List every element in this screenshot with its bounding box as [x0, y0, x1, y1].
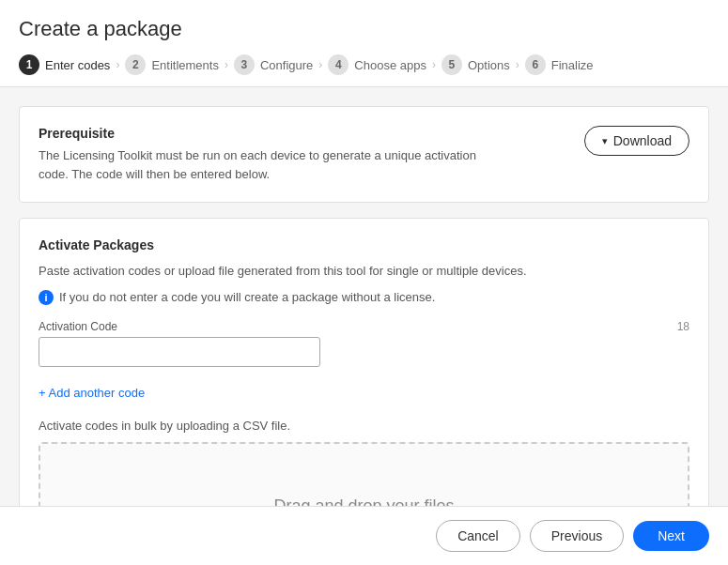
- prerequisite-title: Prerequisite: [39, 126, 489, 141]
- step-2-label: Entitlements: [151, 58, 219, 72]
- csv-label: Activate codes in bulk by uploading a CS…: [39, 419, 689, 433]
- step-6: 6 Finalize: [525, 54, 594, 75]
- step-3: 3 Configure: [234, 54, 313, 75]
- step-2: 2 Entitlements: [125, 54, 219, 75]
- page-header: Create a package 1 Enter codes › 2 Entit…: [0, 0, 728, 87]
- footer: Cancel Previous Next: [0, 506, 728, 565]
- activation-code-input[interactable]: [39, 337, 320, 367]
- step-3-label: Configure: [260, 58, 313, 72]
- chevron-icon-2: ›: [225, 58, 228, 71]
- step-5: 5 Options: [441, 54, 510, 75]
- step-3-number: 3: [234, 54, 255, 75]
- step-1-number: 1: [19, 54, 39, 75]
- step-1: 1 Enter codes: [19, 54, 110, 75]
- download-button[interactable]: ▾ Download: [584, 126, 689, 156]
- step-4: 4 Choose apps: [328, 54, 426, 75]
- prerequisite-description: The Licensing Toolkit must be run on eac…: [39, 146, 489, 183]
- activation-code-field-group: Activation Code 18: [39, 320, 689, 367]
- step-2-number: 2: [125, 54, 146, 75]
- previous-button[interactable]: Previous: [530, 520, 624, 552]
- chevron-icon-1: ›: [116, 58, 119, 71]
- step-5-label: Options: [468, 58, 510, 72]
- activation-code-label: Activation Code: [39, 320, 117, 333]
- activate-section-desc: Paste activation codes or upload file ge…: [39, 262, 689, 281]
- info-text: If you do not enter a code you will crea…: [59, 290, 435, 304]
- step-4-number: 4: [328, 54, 349, 75]
- chevron-icon-5: ›: [516, 58, 519, 71]
- next-button[interactable]: Next: [633, 521, 709, 551]
- prerequisite-content: Prerequisite The Licensing Toolkit must …: [39, 126, 489, 183]
- activate-section-title: Activate Packages: [39, 237, 689, 252]
- page-title: Create a package: [19, 9, 709, 54]
- main-content: Prerequisite The Licensing Toolkit must …: [0, 87, 728, 565]
- chevron-icon-3: ›: [318, 58, 322, 71]
- activation-code-count: 18: [677, 320, 689, 333]
- info-icon: i: [39, 290, 54, 305]
- field-label-row: Activation Code 18: [39, 320, 689, 333]
- stepper: 1 Enter codes › 2 Entitlements › 3 Confi…: [19, 54, 709, 86]
- step-5-number: 5: [441, 54, 462, 75]
- cancel-button[interactable]: Cancel: [436, 520, 520, 552]
- download-button-label: Download: [613, 133, 672, 148]
- chevron-down-icon: ▾: [602, 135, 608, 147]
- info-row: i If you do not enter a code you will cr…: [39, 290, 689, 305]
- step-6-number: 6: [525, 54, 546, 75]
- add-code-link[interactable]: + Add another code: [39, 386, 145, 400]
- step-6-label: Finalize: [551, 58, 594, 72]
- step-1-label: Enter codes: [45, 58, 110, 72]
- prerequisite-card: Prerequisite The Licensing Toolkit must …: [19, 106, 709, 203]
- chevron-icon-4: ›: [432, 58, 436, 71]
- step-4-label: Choose apps: [354, 58, 426, 72]
